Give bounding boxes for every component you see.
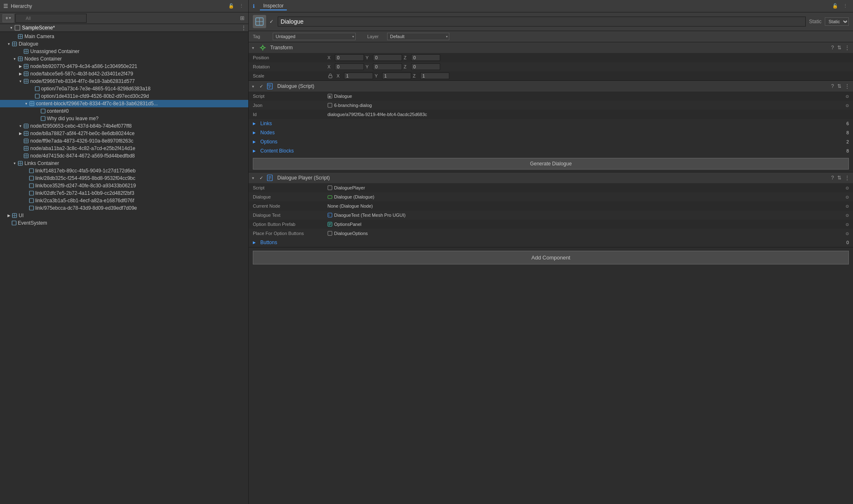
content-block-arrow[interactable]: ▾ [23,102,29,106]
tree-item-link-2ca3[interactable]: link/2ca3b1a5-c8b1-4ecf-a82a-e16876df076… [0,197,248,204]
add-object-btn[interactable]: + ▾ [2,14,14,22]
scale-z-input[interactable] [420,73,449,79]
node-f295-arrow[interactable]: ▾ [17,124,23,128]
ui-arrow[interactable]: ▶ [6,213,12,218]
svg-rect-28 [41,116,45,121]
links-container-arrow[interactable]: ▾ [12,161,17,165]
pos-z-input[interactable] [411,54,440,61]
rot-x-input[interactable] [335,63,364,70]
tree-item-node-aba1[interactable]: node/aba11ba2-3c8c-4c82-a7cd-e25b2f414d1… [0,145,248,152]
label-link6: link/975ebcca-dc78-43d9-8d09-ed39edf7d09… [35,205,137,211]
add-component-btn[interactable]: Add Component [253,251,849,264]
dialogue-content-blocks-foldout[interactable]: ▶ Content Blocks 8 [249,146,853,155]
dialogue-script-help-btn[interactable]: ? [831,83,834,89]
dp-script-circle-btn[interactable]: ⊙ [846,186,849,190]
dialogue-script-adjust-btn[interactable]: ⇅ [837,83,841,89]
tree-item-option-1de4[interactable]: option/1de4311e-cfd9-4526-80b2-d97ecd30c… [0,92,248,100]
rot-y-input[interactable] [373,63,402,70]
dp-dialoguetext-circle-btn[interactable]: ⊙ [846,213,849,218]
scale-x-input[interactable] [344,73,373,79]
scale-y-input[interactable] [382,73,411,79]
search-filter-btn[interactable]: ⊞ [239,15,246,22]
ds-script-circle-btn[interactable]: ⊙ [846,94,849,99]
tree-item-main-camera[interactable]: Main Camera [0,33,248,40]
tree-item-event-system[interactable]: EventSystem [0,219,248,227]
inspector-tab[interactable]: Inspector [260,2,287,10]
dialogue-nodes-foldout[interactable]: ▶ Nodes 8 [249,128,853,137]
node-f29-arrow[interactable]: ▾ [17,79,23,83]
dp-help-btn[interactable]: ? [831,175,834,181]
inspector-more-btn[interactable]: ⋮ [842,3,849,9]
transform-help-btn[interactable]: ? [831,45,834,51]
hierarchy-tree: Main Camera ▾ Dialogue Unassigned Contai… [0,32,248,504]
tree-item-content-block[interactable]: ▾ content-block/f29667eb-8334-4f7c-8e18-… [0,100,248,107]
dp-place-for-options-value: DialogueOptions [334,231,368,236]
tree-item-node-f29667eb[interactable]: ▾ node/f29667eb-8334-4f7c-8e18-3ab62831d… [0,78,248,85]
tree-item-option-7e0a[interactable]: option/7e0a73c4-7e3e-4865-91c4-8298d6383… [0,85,248,92]
dialogue-script-check[interactable]: ✓ [259,84,263,89]
tree-item-link-975e[interactable]: link/975ebcca-dc78-43d9-8d09-ed39edf7d09… [0,204,248,212]
transform-more-btn[interactable]: ⋮ [845,45,850,51]
tree-item-content0[interactable]: content#0 [0,107,248,115]
tree-item-node-f295[interactable]: ▾ node/f2950653-cebc-437d-b84b-74b4ef077… [0,122,248,130]
dp-dialogue-circle-btn[interactable]: ⊙ [846,195,849,199]
rot-z-input[interactable] [411,63,440,70]
pos-x-label: X [327,55,333,60]
tree-item-link-bce3[interactable]: link/bce352f9-d247-40fe-8c30-a93433b0621… [0,182,248,189]
dp-dialogueoptions-icon [327,231,332,236]
pos-y-input[interactable] [373,54,402,61]
tree-item-links-container[interactable]: ▾ Links Container [0,160,248,167]
dp-more-btn[interactable]: ⋮ [845,175,850,181]
cube-icon-link3 [29,183,34,188]
dialogue-player-header[interactable]: ▾ ✓ Dialogue Player (Script) ? ⇅ ⋮ [249,172,853,183]
dialogue-script-header[interactable]: ▾ ✓ # Dialogue (Script) ? ⇅ ⋮ [249,81,853,92]
transform-header[interactable]: ▾ Transform ? ⇅ ⋮ [249,42,853,53]
dialogue-player-check[interactable]: ✓ [259,175,263,181]
tree-item-unassigned[interactable]: Unassigned Container [0,48,248,55]
node-b8a7-arrow[interactable]: ▶ [17,131,23,136]
static-dropdown[interactable]: Static [825,17,849,26]
dp-buttons-foldout[interactable]: ▶ Buttons 0 [249,238,853,247]
node-fab-arrow[interactable]: ▶ [17,72,23,76]
hierarchy-search-input[interactable] [15,14,87,23]
generate-dialogue-btn[interactable]: Generate Dialogue [253,158,849,170]
tree-item-link-f148[interactable]: link/f14817eb-89cc-4fa5-9049-1c27d172d6e… [0,167,248,174]
tree-item-dialogue[interactable]: ▾ Dialogue [0,40,248,48]
object-name-input[interactable] [278,17,806,27]
hierarchy-menu-icon[interactable]: ☰ [3,3,8,9]
node-bb-arrow[interactable]: ▶ [17,64,23,68]
pos-x-input[interactable] [335,54,364,61]
position-label: Position [253,55,327,60]
tree-item-nodes-container[interactable]: ▾ Nodes Container [0,55,248,63]
tree-item-link-02df[interactable]: link/02dfc7e5-2b72-4a11-b0b9-cc2d482f2bf… [0,189,248,197]
transform-adjust-btn[interactable]: ⇅ [837,45,841,51]
layer-dropdown[interactable]: Default [387,33,449,40]
scene-expand-arrow[interactable]: ▾ [8,26,14,30]
tree-item-link-28db[interactable]: link/28db325c-f254-4955-8bd8-9532f04cc9b… [0,174,248,182]
ds-json-circle-btn[interactable]: ⊙ [846,103,849,108]
tree-item-ui[interactable]: ▶ UI [0,212,248,219]
tree-item-node-bb920770[interactable]: ▶ node/bb920770-d479-4c34-a586-1c304950e… [0,63,248,70]
dp-current-node-circle-btn[interactable]: ⊙ [846,204,849,208]
nodes-container-arrow[interactable]: ▾ [12,57,17,61]
dialogue-script-more-btn[interactable]: ⋮ [845,83,850,89]
inspector-lock-btn[interactable]: 🔓 [831,3,839,9]
ds-script-value: Dialogue [334,94,352,99]
hierarchy-lock-btn[interactable]: 🔓 [227,3,235,9]
tree-item-node-fabce5e6[interactable]: ▶ node/fabce5e6-587c-4b3f-bd42-2d3401e2f… [0,70,248,78]
tree-item-node-4d74[interactable]: node/4d7415dc-8474-4672-a569-f5d44bedfbd… [0,152,248,160]
dp-optionprefab-circle-btn[interactable]: ⊙ [846,222,849,227]
object-active-check[interactable]: ✓ [269,19,274,24]
tree-item-why-leave[interactable]: Why did you leave me? [0,115,248,122]
scene-bar: ▾ SampleScene* ⋮ [0,24,248,32]
hierarchy-more-btn[interactable]: ⋮ [238,3,245,9]
tree-item-node-ff9e[interactable]: node/ff9e7ada-4873-4326-910a-8e8970f8263… [0,137,248,145]
tag-dropdown[interactable]: Untagged [273,33,356,40]
dp-placeoptions-circle-btn[interactable]: ⊙ [846,231,849,236]
dialogue-links-foldout[interactable]: ▶ Links 6 [249,119,853,128]
scene-options-btn[interactable]: ⋮ [241,24,247,31]
dp-adjust-btn[interactable]: ⇅ [837,175,841,181]
dialogue-arrow[interactable]: ▾ [6,42,12,46]
dialogue-options-foldout[interactable]: ▶ Options 2 [249,137,853,146]
tree-item-node-b8a7[interactable]: ▶ node/b8a78827-a5f4-427f-be0c-8e6db8024… [0,130,248,137]
